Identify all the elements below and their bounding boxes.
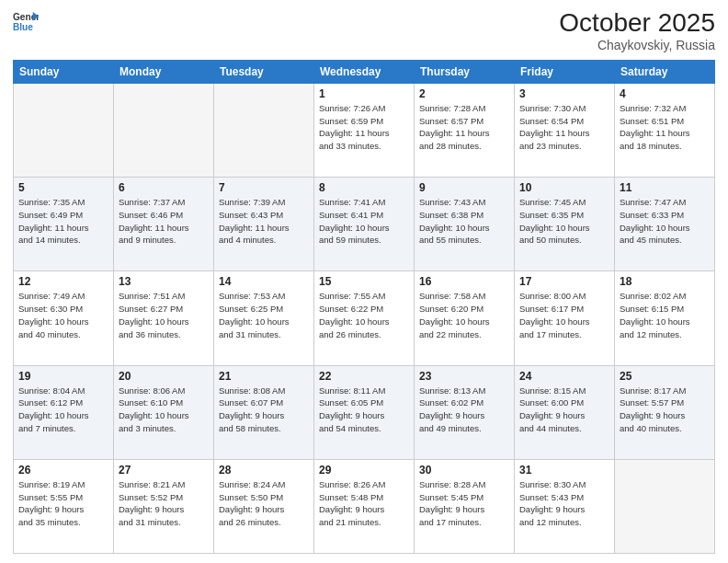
day-number: 1 (319, 87, 409, 100)
calendar-cell: 30Sunrise: 8:28 AM Sunset: 5:45 PM Dayli… (415, 459, 515, 553)
day-number: 10 (519, 181, 609, 194)
day-number: 15 (319, 275, 409, 288)
calendar-cell: 13Sunrise: 7:51 AM Sunset: 6:27 PM Dayli… (114, 271, 214, 365)
day-number: 7 (219, 181, 309, 194)
day-info: Sunrise: 7:30 AM Sunset: 6:54 PM Dayligh… (519, 102, 609, 153)
logo-icon: General Blue (13, 9, 39, 35)
day-info: Sunrise: 7:41 AM Sunset: 6:41 PM Dayligh… (319, 196, 409, 247)
day-number: 16 (419, 275, 509, 288)
day-number: 17 (519, 275, 609, 288)
day-info: Sunrise: 7:35 AM Sunset: 6:49 PM Dayligh… (18, 196, 108, 247)
calendar-week-1: 1Sunrise: 7:26 AM Sunset: 6:59 PM Daylig… (14, 83, 715, 177)
calendar-cell: 2Sunrise: 7:28 AM Sunset: 6:57 PM Daylig… (415, 83, 515, 177)
col-tuesday: Tuesday (214, 60, 314, 83)
day-info: Sunrise: 8:26 AM Sunset: 5:48 PM Dayligh… (319, 478, 409, 529)
calendar-cell: 7Sunrise: 7:39 AM Sunset: 6:43 PM Daylig… (214, 178, 314, 271)
calendar-cell: 4Sunrise: 7:32 AM Sunset: 6:51 PM Daylig… (615, 83, 715, 177)
calendar-week-2: 5Sunrise: 7:35 AM Sunset: 6:49 PM Daylig… (14, 178, 715, 271)
day-info: Sunrise: 7:39 AM Sunset: 6:43 PM Dayligh… (219, 196, 309, 247)
day-info: Sunrise: 8:08 AM Sunset: 6:07 PM Dayligh… (219, 385, 309, 435)
day-number: 2 (419, 87, 509, 100)
calendar-cell: 16Sunrise: 7:58 AM Sunset: 6:20 PM Dayli… (415, 271, 515, 365)
calendar-cell: 23Sunrise: 8:13 AM Sunset: 6:02 PM Dayli… (415, 365, 515, 459)
day-number: 27 (119, 464, 209, 477)
day-info: Sunrise: 7:28 AM Sunset: 6:57 PM Dayligh… (419, 102, 509, 153)
col-saturday: Saturday (615, 60, 715, 83)
day-number: 29 (319, 464, 409, 477)
calendar-cell: 31Sunrise: 8:30 AM Sunset: 5:43 PM Dayli… (515, 459, 615, 553)
day-info: Sunrise: 7:26 AM Sunset: 6:59 PM Dayligh… (319, 102, 409, 153)
calendar-cell: 22Sunrise: 8:11 AM Sunset: 6:05 PM Dayli… (314, 365, 415, 459)
day-info: Sunrise: 8:06 AM Sunset: 6:10 PM Dayligh… (119, 385, 209, 435)
col-sunday: Sunday (14, 60, 114, 83)
day-info: Sunrise: 7:47 AM Sunset: 6:33 PM Dayligh… (620, 196, 710, 247)
day-info: Sunrise: 8:19 AM Sunset: 5:55 PM Dayligh… (18, 478, 108, 529)
day-number: 9 (419, 181, 509, 194)
day-number: 26 (18, 464, 108, 477)
calendar-cell: 10Sunrise: 7:45 AM Sunset: 6:35 PM Dayli… (515, 178, 615, 271)
calendar-cell: 28Sunrise: 8:24 AM Sunset: 5:50 PM Dayli… (214, 459, 314, 553)
calendar-cell: 15Sunrise: 7:55 AM Sunset: 6:22 PM Dayli… (314, 271, 415, 365)
day-info: Sunrise: 8:04 AM Sunset: 6:12 PM Dayligh… (18, 385, 108, 435)
calendar-cell: 12Sunrise: 7:49 AM Sunset: 6:30 PM Dayli… (14, 271, 114, 365)
day-info: Sunrise: 8:11 AM Sunset: 6:05 PM Dayligh… (319, 385, 409, 435)
day-number: 24 (519, 370, 609, 383)
calendar-cell: 9Sunrise: 7:43 AM Sunset: 6:38 PM Daylig… (415, 178, 515, 271)
calendar-week-4: 19Sunrise: 8:04 AM Sunset: 6:12 PM Dayli… (14, 365, 715, 459)
day-info: Sunrise: 7:49 AM Sunset: 6:30 PM Dayligh… (18, 290, 108, 340)
calendar-cell: 17Sunrise: 8:00 AM Sunset: 6:17 PM Dayli… (515, 271, 615, 365)
calendar-cell: 21Sunrise: 8:08 AM Sunset: 6:07 PM Dayli… (214, 365, 314, 459)
day-info: Sunrise: 8:02 AM Sunset: 6:15 PM Dayligh… (620, 290, 710, 340)
calendar-cell (14, 83, 114, 177)
col-monday: Monday (114, 60, 214, 83)
day-info: Sunrise: 8:00 AM Sunset: 6:17 PM Dayligh… (519, 290, 609, 340)
calendar-cell: 26Sunrise: 8:19 AM Sunset: 5:55 PM Dayli… (14, 459, 114, 553)
day-info: Sunrise: 7:53 AM Sunset: 6:25 PM Dayligh… (219, 290, 309, 340)
month-title: October 2025 (559, 9, 715, 38)
day-info: Sunrise: 8:21 AM Sunset: 5:52 PM Dayligh… (119, 478, 209, 529)
calendar-cell: 14Sunrise: 7:53 AM Sunset: 6:25 PM Dayli… (214, 271, 314, 365)
calendar-week-3: 12Sunrise: 7:49 AM Sunset: 6:30 PM Dayli… (14, 271, 715, 365)
calendar-cell: 25Sunrise: 8:17 AM Sunset: 5:57 PM Dayli… (615, 365, 715, 459)
day-number: 28 (219, 464, 309, 477)
col-friday: Friday (515, 60, 615, 83)
day-info: Sunrise: 8:30 AM Sunset: 5:43 PM Dayligh… (519, 478, 609, 529)
calendar-table: Sunday Monday Tuesday Wednesday Thursday… (13, 60, 715, 554)
col-wednesday: Wednesday (314, 60, 415, 83)
location: Chaykovskiy, Russia (559, 38, 715, 52)
day-number: 4 (620, 87, 710, 100)
calendar-cell: 5Sunrise: 7:35 AM Sunset: 6:49 PM Daylig… (14, 178, 114, 271)
col-thursday: Thursday (415, 60, 515, 83)
title-block: October 2025 Chaykovskiy, Russia (559, 9, 715, 52)
calendar-cell: 29Sunrise: 8:26 AM Sunset: 5:48 PM Dayli… (314, 459, 415, 553)
day-number: 31 (519, 464, 609, 477)
day-info: Sunrise: 7:58 AM Sunset: 6:20 PM Dayligh… (419, 290, 509, 340)
day-number: 23 (419, 370, 509, 383)
day-info: Sunrise: 7:45 AM Sunset: 6:35 PM Dayligh… (519, 196, 609, 247)
day-number: 6 (119, 181, 209, 194)
page: General Blue October 2025 Chaykovskiy, R… (0, 0, 728, 563)
header: General Blue October 2025 Chaykovskiy, R… (13, 9, 715, 52)
day-number: 30 (419, 464, 509, 477)
day-number: 8 (319, 181, 409, 194)
day-info: Sunrise: 8:17 AM Sunset: 5:57 PM Dayligh… (620, 385, 710, 435)
calendar-cell (615, 459, 715, 553)
calendar-cell: 1Sunrise: 7:26 AM Sunset: 6:59 PM Daylig… (314, 83, 415, 177)
calendar-cell: 20Sunrise: 8:06 AM Sunset: 6:10 PM Dayli… (114, 365, 214, 459)
calendar-cell: 11Sunrise: 7:47 AM Sunset: 6:33 PM Dayli… (615, 178, 715, 271)
svg-text:Blue: Blue (13, 22, 33, 32)
calendar-cell: 18Sunrise: 8:02 AM Sunset: 6:15 PM Dayli… (615, 271, 715, 365)
day-number: 12 (18, 275, 108, 288)
day-info: Sunrise: 8:15 AM Sunset: 6:00 PM Dayligh… (519, 385, 609, 435)
calendar-cell: 24Sunrise: 8:15 AM Sunset: 6:00 PM Dayli… (515, 365, 615, 459)
day-number: 25 (620, 370, 710, 383)
calendar-cell (114, 83, 214, 177)
day-number: 18 (620, 275, 710, 288)
day-number: 3 (519, 87, 609, 100)
logo: General Blue (13, 9, 39, 35)
day-number: 11 (620, 181, 710, 194)
calendar-cell: 19Sunrise: 8:04 AM Sunset: 6:12 PM Dayli… (14, 365, 114, 459)
day-number: 13 (119, 275, 209, 288)
calendar-cell: 6Sunrise: 7:37 AM Sunset: 6:46 PM Daylig… (114, 178, 214, 271)
day-info: Sunrise: 7:32 AM Sunset: 6:51 PM Dayligh… (620, 102, 710, 153)
